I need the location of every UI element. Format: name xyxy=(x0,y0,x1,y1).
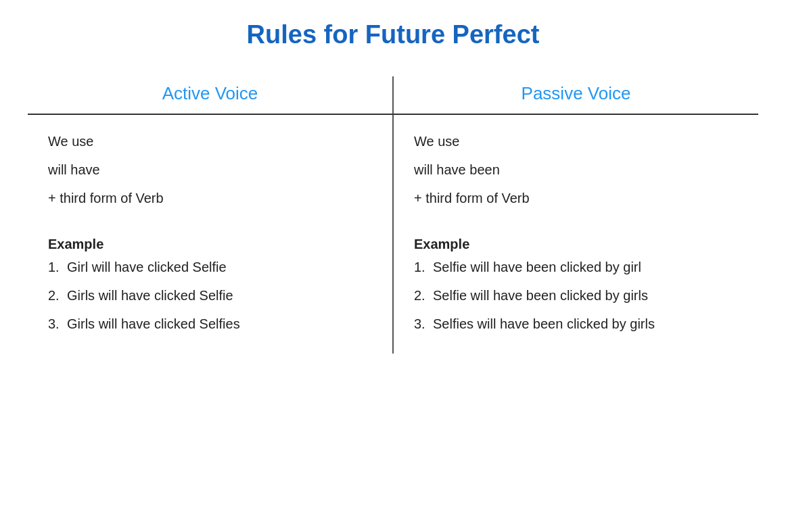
active-rule-line-1: We use xyxy=(48,127,372,155)
passive-rule-line-3: + third form of Verb xyxy=(414,184,738,212)
list-item-text: Girl will have clicked Selfie xyxy=(67,256,227,278)
list-item: 2. Selfie will have been clicked by girl… xyxy=(414,285,738,306)
passive-rule-line-2: will have been xyxy=(414,155,738,184)
passive-rule-line-1: We use xyxy=(414,127,738,155)
list-item: 1. Girl will have clicked Selfie xyxy=(48,256,372,278)
list-item: 2. Girls will have clicked Selfie xyxy=(48,285,372,306)
list-item-num: 3. xyxy=(48,313,67,335)
list-item-num: 2. xyxy=(414,285,433,306)
list-item: 3. Selfies will have been clicked by gir… xyxy=(414,313,738,335)
passive-example-label: Example xyxy=(414,237,738,252)
list-item: 1. Selfie will have been clicked by girl xyxy=(414,256,738,278)
list-item-text: Girls will have clicked Selfie xyxy=(67,285,233,306)
page-title: Rules for Future Perfect xyxy=(247,20,540,49)
rules-row: We use will have + third form of Verb We… xyxy=(28,114,758,224)
examples-row: Example 1. Girl will have clicked Selfie… xyxy=(28,224,758,354)
rules-table: Active Voice Passive Voice We use will h… xyxy=(28,76,758,354)
active-rules-cell: We use will have + third form of Verb xyxy=(28,114,393,224)
active-example-list: 1. Girl will have clicked Selfie 2. Girl… xyxy=(48,256,372,335)
passive-rule-block: We use will have been + third form of Ve… xyxy=(414,127,738,212)
list-item-num: 3. xyxy=(414,313,433,335)
active-rule-line-3: + third form of Verb xyxy=(48,184,372,212)
list-item-text: Girls will have clicked Selfies xyxy=(67,313,240,335)
active-rule-line-2: will have xyxy=(48,155,372,184)
list-item-num: 1. xyxy=(48,256,67,278)
passive-examples-cell: Example 1. Selfie will have been clicked… xyxy=(393,224,758,354)
list-item-num: 1. xyxy=(414,256,433,278)
active-examples-cell: Example 1. Girl will have clicked Selfie… xyxy=(28,224,393,354)
active-rule-block: We use will have + third form of Verb xyxy=(48,127,372,212)
list-item-text: Selfies will have been clicked by girls xyxy=(433,313,655,335)
passive-rules-cell: We use will have been + third form of Ve… xyxy=(393,114,758,224)
active-voice-header: Active Voice xyxy=(28,76,393,114)
passive-example-list: 1. Selfie will have been clicked by girl… xyxy=(414,256,738,335)
list-item-text: Selfie will have been clicked by girls xyxy=(433,285,648,306)
list-item-num: 2. xyxy=(48,285,67,306)
active-example-label: Example xyxy=(48,237,372,252)
passive-voice-header: Passive Voice xyxy=(393,76,758,114)
list-item-text: Selfie will have been clicked by girl xyxy=(433,256,641,278)
list-item: 3. Girls will have clicked Selfies xyxy=(48,313,372,335)
